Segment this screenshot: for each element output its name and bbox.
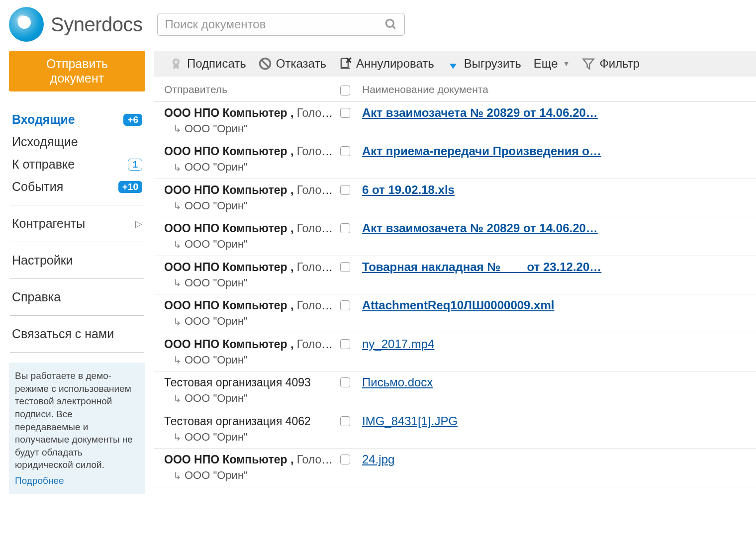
nav-help[interactable]: Справка	[9, 286, 145, 308]
download-icon	[446, 57, 460, 71]
document-link[interactable]: ny_2017.mp4	[362, 337, 746, 351]
document-link[interactable]: 24.jpg	[362, 453, 746, 466]
sender-cell: Тестовая организация 4093↳ООО "Орин"	[160, 375, 335, 405]
nav-events-label: События	[12, 180, 63, 194]
sign-label: Подписать	[187, 57, 246, 71]
download-label: Выгрузить	[464, 57, 521, 71]
logo[interactable]: Synerdocs	[9, 7, 142, 42]
select-all-checkbox[interactable]	[335, 84, 355, 95]
svg-line-5	[261, 60, 269, 68]
events-badge: +10	[118, 181, 142, 193]
document-link[interactable]: Акт взаимозачета № 20829 от 14.06.20…	[362, 106, 746, 120]
nav-inbox[interactable]: Входящие +6	[9, 108, 145, 131]
nav-settings-label: Настройки	[12, 253, 73, 268]
sign-button[interactable]: Подписать	[169, 57, 246, 71]
svg-rect-6	[341, 59, 348, 68]
nav-events[interactable]: События +10	[9, 176, 145, 198]
row-checkbox[interactable]	[340, 416, 350, 426]
sender-cell: ООО НПО Компьютер , Голов…↳ООО "Орин"	[160, 106, 335, 136]
download-button[interactable]: Выгрузить	[446, 57, 521, 71]
ribbon-icon	[169, 57, 183, 71]
table-row[interactable]: Тестовая организация 4093↳ООО "Орин"Пись…	[154, 371, 756, 410]
nav-contragents-label: Контрагенты	[12, 216, 85, 231]
nav-divider	[10, 352, 144, 353]
table-header: Отправитель Наименование документа	[154, 77, 756, 102]
table-row[interactable]: ООО НПО Компьютер , Голов…↳ООО "Орин"Att…	[154, 294, 756, 333]
demo-more-link[interactable]: Подробнее	[15, 474, 64, 487]
demo-text: Вы работаете в демо-режиме с использован…	[15, 370, 133, 470]
nav-divider	[10, 242, 144, 242]
nav-contragents[interactable]: Контрагенты ▷	[9, 212, 145, 235]
nav-contact[interactable]: Связаться с нами	[9, 323, 145, 345]
chevron-down-icon: ▼	[563, 60, 570, 68]
row-checkbox[interactable]	[340, 108, 350, 118]
svg-line-1	[393, 26, 395, 28]
nav-divider	[10, 205, 144, 205]
nav-contact-label: Связаться с нами	[12, 327, 114, 341]
table-row[interactable]: ООО НПО Компьютер , Головн…↳ООО "Орин"24…	[154, 449, 756, 487]
sender-cell: ООО НПО Компьютер , Голов…↳ООО "Орин"	[160, 183, 335, 213]
row-checkbox[interactable]	[340, 185, 350, 195]
sender-cell: ООО НПО Компьютер , Голов…↳ООО "Орин"	[160, 144, 335, 174]
more-dropdown[interactable]: Еще ▼	[533, 57, 570, 71]
table-row[interactable]: ООО НПО Компьютер , Голов…↳ООО "Орин"Акт…	[154, 217, 756, 256]
document-link[interactable]: Письмо.docx	[362, 375, 746, 389]
svg-point-0	[386, 19, 394, 27]
table-row[interactable]: ООО НПО Компьютер , Голов…↳ООО "Орин"6 о…	[154, 179, 756, 217]
annul-label: Аннулировать	[356, 57, 434, 71]
send-document-button[interactable]: Отправить документ	[9, 51, 145, 92]
sender-sub: ↳ООО "Орин"	[164, 122, 335, 136]
arrow-icon: ↳	[173, 392, 182, 405]
search-icon[interactable]	[384, 18, 397, 31]
nav-settings[interactable]: Настройки	[9, 249, 145, 272]
annul-button[interactable]: Аннулировать	[338, 57, 434, 71]
document-link[interactable]: 6 от 19.02.18.xls	[362, 183, 746, 197]
document-link[interactable]: Товарная накладная № ___ от 23.12.20…	[362, 260, 746, 274]
sender-cell: Тестовая организация 4062↳ООО "Орин"	[160, 414, 335, 444]
col-doc-header[interactable]: Наименование документа	[355, 84, 746, 95]
table-row[interactable]: Тестовая организация 4062↳ООО "Орин"IMG_…	[154, 410, 756, 449]
inbox-badge: +6	[123, 114, 142, 126]
reject-button[interactable]: Отказать	[258, 57, 326, 71]
nav-outbox[interactable]: Исходящие	[9, 131, 145, 153]
sender-sub: ↳ООО "Орин"	[164, 199, 335, 213]
arrow-icon: ↳	[173, 431, 182, 444]
arrow-icon: ↳	[173, 469, 182, 482]
document-link[interactable]: IMG_8431[1].JPG	[362, 414, 746, 428]
row-checkbox[interactable]	[340, 339, 350, 349]
arrow-icon: ↳	[173, 161, 182, 174]
col-sender-header[interactable]: Отправитель	[160, 84, 335, 95]
nav-divider	[10, 278, 144, 279]
table-row[interactable]: ООО НПО Компьютер , Голов…↳ООО "Орин"Акт…	[154, 140, 756, 179]
row-checkbox[interactable]	[340, 455, 350, 464]
table-row[interactable]: ООО НПО Компьютер , Голов…↳ООО "Орин"Тов…	[154, 256, 756, 294]
sender-sub: ↳ООО "Орин"	[164, 237, 335, 252]
nav-divider	[10, 315, 144, 316]
sender-sub: ↳ООО "Орин"	[164, 276, 335, 290]
row-checkbox[interactable]	[340, 300, 350, 310]
row-checkbox[interactable]	[340, 223, 350, 233]
table-row[interactable]: ООО НПО Компьютер , Головн…↳ООО "Орин"ny…	[154, 333, 756, 371]
sender-cell: ООО НПО Компьютер , Голов…↳ООО "Орин"	[160, 298, 335, 328]
sender-cell: ООО НПО Компьютер , Головн…↳ООО "Орин"	[160, 337, 335, 367]
annul-icon	[338, 57, 352, 71]
sender-sub: ↳ООО "Орин"	[164, 314, 335, 329]
search-box[interactable]	[157, 13, 405, 36]
document-link[interactable]: AttachmentReq10ЛШ0000009.xml	[362, 298, 746, 312]
search-input[interactable]	[165, 17, 384, 31]
row-checkbox[interactable]	[340, 146, 350, 156]
nav-drafts[interactable]: К отправке 1	[9, 153, 145, 176]
reject-label: Отказать	[276, 57, 326, 71]
sender-sub: ↳ООО "Орин"	[164, 430, 335, 445]
prohibit-icon	[258, 57, 272, 71]
row-checkbox[interactable]	[340, 262, 350, 272]
arrow-icon: ↳	[173, 354, 182, 366]
document-link[interactable]: Акт приема-передачи Произведения о…	[362, 144, 746, 158]
document-link[interactable]: Акт взаимозачета № 20829 от 14.06.20…	[362, 221, 746, 235]
filter-button[interactable]: Фильтр	[581, 57, 640, 71]
svg-point-3	[175, 60, 178, 64]
row-checkbox[interactable]	[340, 377, 350, 387]
table-row[interactable]: ООО НПО Компьютер , Голов…↳ООО "Орин"Акт…	[154, 102, 756, 140]
brand-name: Synerdocs	[51, 13, 142, 36]
logo-icon	[9, 7, 44, 42]
